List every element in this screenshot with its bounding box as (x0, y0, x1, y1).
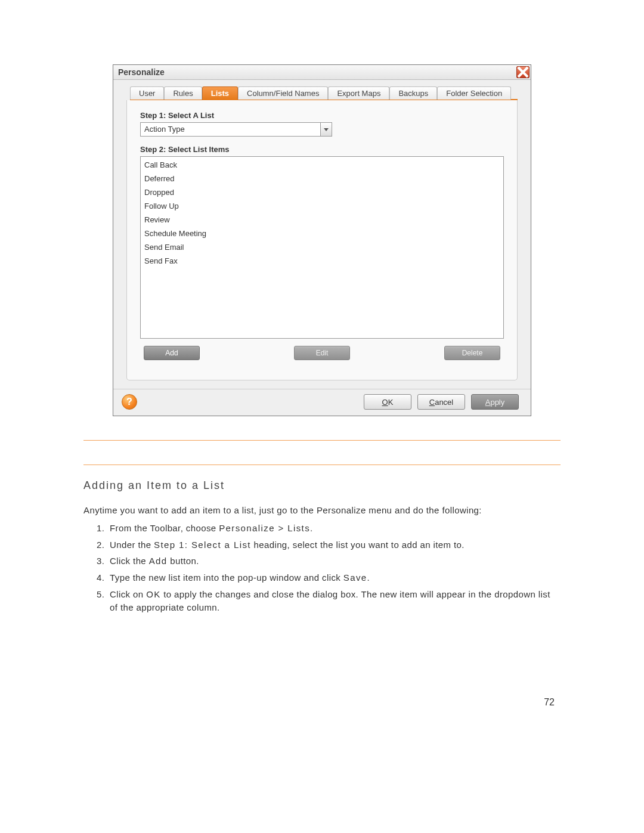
step-item: From the Toolbar, choose Personalize > L… (107, 522, 561, 535)
list-select-combo[interactable]: Action Type (140, 122, 332, 137)
intro-paragraph: Anytime you want to add an item to a lis… (83, 504, 561, 517)
list-item[interactable]: Send Email (143, 240, 501, 254)
divider (83, 440, 561, 441)
section-heading: Adding an Item to a List (83, 479, 561, 492)
ok-button[interactable]: OK (364, 394, 411, 410)
list-item[interactable]: Review (143, 213, 501, 227)
titlebar: Personalize (113, 65, 531, 80)
window-title: Personalize (118, 67, 165, 77)
add-button[interactable]: Add (144, 346, 200, 360)
divider (83, 465, 561, 465)
list-item[interactable]: Follow Up (143, 199, 501, 213)
combo-value: Action Type (141, 123, 320, 136)
dialog-footer: ? OK Cancel Apply (113, 389, 531, 416)
step-item: Click the Add button. (107, 555, 561, 568)
tab-lists[interactable]: Lists (202, 86, 238, 100)
personalize-dialog: Personalize User Rules Lists Column/Fiel… (113, 64, 531, 416)
list-item[interactable]: Send Fax (143, 254, 501, 268)
edit-button[interactable]: Edit (294, 346, 350, 360)
close-icon[interactable] (516, 66, 530, 78)
list-item[interactable]: Call Back (143, 158, 501, 172)
list-item[interactable]: Dropped (143, 185, 501, 199)
help-icon[interactable]: ? (122, 394, 137, 410)
step-item: Type the new list item into the pop-up w… (107, 571, 561, 584)
list-action-row: Add Edit Delete (140, 346, 504, 360)
dialog-body: User Rules Lists Column/Field Names Expo… (113, 80, 531, 389)
cancel-button[interactable]: Cancel (417, 394, 465, 410)
list-item[interactable]: Deferred (143, 172, 501, 185)
tab-backups[interactable]: Backups (389, 86, 437, 100)
tab-user[interactable]: User (130, 86, 164, 100)
delete-button[interactable]: Delete (444, 346, 500, 360)
list-item[interactable]: Schedule Meeting (143, 227, 501, 240)
chevron-down-icon[interactable] (320, 123, 332, 136)
step2-label: Step 2: Select List Items (140, 145, 504, 154)
steps-list: From the Toolbar, choose Personalize > L… (83, 522, 561, 614)
tab-export-maps[interactable]: Export Maps (328, 86, 389, 100)
tab-column-field-names[interactable]: Column/Field Names (238, 86, 328, 100)
step-item: Click on OK to apply the changes and clo… (107, 588, 561, 614)
apply-button[interactable]: Apply (471, 394, 519, 410)
tab-panel: Step 1: Select A List Action Type Step 2… (126, 100, 518, 380)
step1-label: Step 1: Select A List (140, 111, 504, 120)
step-item: Under the Step 1: Select a List heading,… (107, 538, 561, 552)
tab-rules[interactable]: Rules (164, 86, 202, 100)
tab-folder-selection[interactable]: Folder Selection (437, 86, 511, 100)
tab-strip: User Rules Lists Column/Field Names Expo… (130, 86, 518, 100)
page-number: 72 (544, 697, 555, 708)
list-items-box[interactable]: Call Back Deferred Dropped Follow Up Rev… (140, 156, 504, 339)
